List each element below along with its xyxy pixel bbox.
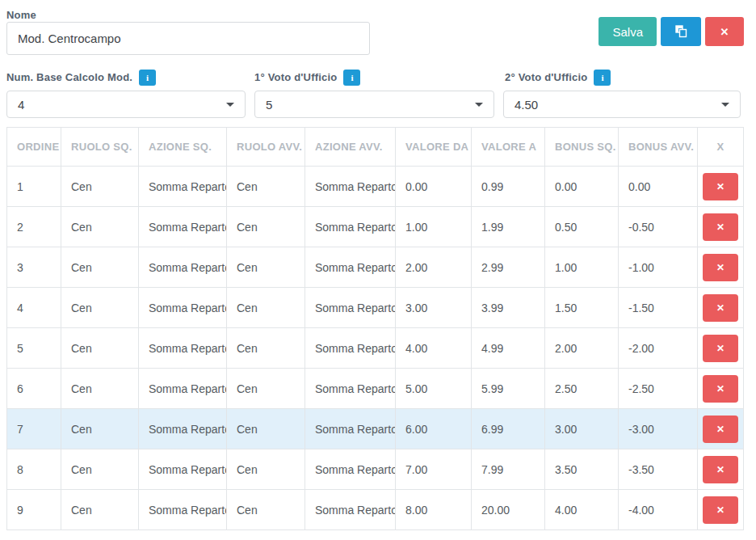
row-delete-button[interactable]: ✕ [703,173,738,200]
cell-azione-sq: Somma Reparto [139,409,227,449]
cell-valore-a: 0.99 [472,167,545,207]
cell-bonus-sq: 2.50 [545,369,619,409]
cell-ordine: 5 [7,328,61,369]
cell-azione-sq: Somma Reparto [139,247,227,288]
header-azione-sq: AZIONE SQ. [139,128,227,167]
cell-ordine: 7 [7,409,61,449]
cell-valore-da: 5.00 [396,369,472,409]
voto1-select[interactable]: 5 [254,91,494,118]
cell-valore-a: 3.99 [472,288,545,328]
cell-azione-avv: Somma Reparto [305,167,396,207]
cell-ordine: 3 [7,247,61,288]
cell-azione-avv: Somma Reparto [305,449,396,490]
cell-valore-a: 1.99 [472,207,545,247]
cell-ruolo-sq: Cen [61,409,139,449]
num-base-select-value: 4 [18,98,24,112]
cell-ruolo-sq: Cen [61,449,139,490]
cell-valore-a: 20.00 [472,490,545,530]
table-row[interactable]: 1 Cen Somma Reparto Cen Somma Reparto 0.… [7,167,744,207]
row-delete-button[interactable]: ✕ [703,213,738,241]
cell-bonus-avv: -0.50 [619,207,698,247]
cell-delete: ✕ [698,369,744,409]
cell-azione-sq: Somma Reparto [139,328,227,369]
cell-bonus-sq: 1.00 [545,247,619,288]
row-delete-button[interactable]: ✕ [703,335,738,362]
row-delete-button[interactable]: ✕ [703,496,738,524]
cell-azione-sq: Somma Reparto [139,288,227,328]
table-row[interactable]: 4 Cen Somma Reparto Cen Somma Reparto 3.… [7,288,744,328]
copy-button[interactable] [661,17,701,46]
row-delete-button[interactable]: ✕ [703,254,738,281]
cell-delete: ✕ [698,490,744,530]
table-row[interactable]: 6 Cen Somma Reparto Cen Somma Reparto 5.… [7,369,744,409]
cell-azione-sq: Somma Reparto [139,369,227,409]
cell-azione-avv: Somma Reparto [305,490,396,530]
delete-button[interactable]: ✕ [705,17,744,46]
close-icon: ✕ [716,424,724,435]
cell-ruolo-sq: Cen [61,369,139,409]
num-base-select[interactable]: 4 [6,91,246,118]
close-icon: ✕ [716,302,724,314]
info-icon[interactable]: i [594,70,611,86]
header-ordine: ORDINE [7,128,61,167]
cell-ruolo-sq: Cen [61,247,139,288]
cell-bonus-sq: 0.00 [545,167,619,207]
cell-valore-da: 3.00 [396,288,472,328]
cell-azione-avv: Somma Reparto [305,409,396,449]
cell-delete: ✕ [698,167,744,207]
table-row[interactable]: 3 Cen Somma Reparto Cen Somma Reparto 2.… [7,247,744,288]
info-icon[interactable]: i [139,70,156,86]
modifier-editor-page: Nome Salva ✕ Num. Base Calcolo Mod. i 1°… [0,0,756,540]
close-icon: ✕ [716,262,724,273]
cell-ruolo-avv: Cen [227,490,305,530]
cell-bonus-avv: -2.00 [619,328,698,369]
cell-ruolo-avv: Cen [227,167,305,207]
cell-bonus-avv: -1.50 [619,288,698,328]
row-delete-button[interactable]: ✕ [703,416,738,443]
cell-delete: ✕ [698,288,744,328]
header-ruolo-sq: RUOLO SQ. [61,128,139,167]
table-row[interactable]: 9 Cen Somma Reparto Cen Somma Reparto 8.… [7,490,744,530]
cell-ruolo-sq: Cen [61,167,139,207]
cell-valore-da: 2.00 [396,247,472,288]
table-row[interactable]: 8 Cen Somma Reparto Cen Somma Reparto 7.… [7,449,744,490]
rules-table: ORDINE RUOLO SQ. AZIONE SQ. RUOLO AVV. A… [6,127,744,530]
cell-ruolo-avv: Cen [227,288,305,328]
info-icon[interactable]: i [343,70,360,86]
cell-bonus-avv: -4.00 [619,490,698,530]
table-row[interactable]: 5 Cen Somma Reparto Cen Somma Reparto 4.… [7,328,744,369]
cell-ruolo-sq: Cen [61,288,139,328]
name-input[interactable] [6,22,370,55]
cell-azione-avv: Somma Reparto [305,207,396,247]
cell-ruolo-sq: Cen [61,328,139,369]
voto1-label-group: 1° Voto d'Ufficio i [254,70,360,86]
cell-valore-a: 6.99 [472,409,545,449]
row-delete-button[interactable]: ✕ [703,375,738,403]
cell-ordine: 6 [7,369,61,409]
cell-bonus-sq: 3.50 [545,449,619,490]
cell-azione-sq: Somma Reparto [139,449,227,490]
cell-ordine: 9 [7,490,61,530]
row-delete-button[interactable]: ✕ [703,294,738,322]
chevron-down-icon [475,103,483,107]
voto2-select[interactable]: 4.50 [503,91,741,118]
cell-ruolo-avv: Cen [227,449,305,490]
cell-delete: ✕ [698,247,744,288]
cell-valore-da: 8.00 [396,490,472,530]
cell-bonus-avv: -3.50 [619,449,698,490]
cell-ruolo-sq: Cen [61,490,139,530]
cell-valore-da: 6.00 [396,409,472,449]
save-button[interactable]: Salva [598,17,657,46]
cell-azione-avv: Somma Reparto [305,369,396,409]
row-delete-button[interactable]: ✕ [703,456,738,483]
chevron-down-icon [721,103,729,107]
close-icon: ✕ [716,181,724,192]
cell-bonus-avv: 0.00 [619,167,698,207]
table-row[interactable]: 2 Cen Somma Reparto Cen Somma Reparto 1.… [7,207,744,247]
table-row[interactable]: 7 Cen Somma Reparto Cen Somma Reparto 6.… [7,409,744,449]
header-azione-avv: AZIONE AVV. [305,128,396,167]
table-body: 1 Cen Somma Reparto Cen Somma Reparto 0.… [7,167,744,530]
cell-valore-a: 2.99 [472,247,545,288]
cell-ruolo-sq: Cen [61,207,139,247]
cell-bonus-sq: 1.50 [545,288,619,328]
